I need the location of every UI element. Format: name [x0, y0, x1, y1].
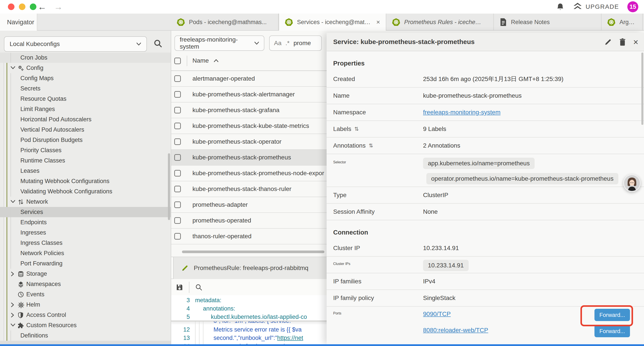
sidebar-item-mutating-webhook-configurations[interactable]: Mutating Webhook Configurations	[0, 176, 171, 186]
service-detail-panel: Service: kube-prometheus-stack-prometheu…	[326, 33, 644, 344]
notification-badge[interactable]: 15	[627, 1, 638, 12]
row-checkbox[interactable]	[174, 138, 181, 145]
detail-row-ip-families: IP familiesIPv4	[326, 273, 644, 290]
sidebar-item-definitions[interactable]: Definitions	[0, 331, 171, 341]
name-column-header[interactable]: Name	[192, 57, 218, 64]
chevron-right-icon[interactable]	[10, 313, 14, 318]
chevron-right-icon[interactable]	[10, 303, 14, 307]
sidebar-item-storage[interactable]: Storage	[0, 269, 171, 279]
upgrade-button[interactable]: UPGRADE	[572, 2, 619, 11]
kubeconfig-selector[interactable]: Local Kubeconfigs	[4, 36, 147, 52]
close-icon[interactable]: ×	[376, 18, 380, 26]
sidebar-item-runtime-classes[interactable]: Runtime Classes	[0, 155, 171, 166]
chevron-down-icon[interactable]	[10, 66, 15, 70]
sort-toggle-icon[interactable]: ⇅	[369, 143, 373, 149]
tab-navigator[interactable]: Navigator	[0, 13, 37, 31]
shield-icon	[18, 312, 24, 319]
sidebar-item-limit-ranges[interactable]: Limit Ranges	[0, 104, 171, 114]
tab-argo-se[interactable]: Argo Se	[602, 13, 643, 31]
namespace-filter-dropdown[interactable]: freeleaps-monitoring-system	[174, 35, 264, 51]
tab-pods-icecheng-mathmas[interactable]: Pods - icecheng@mathmas...	[171, 13, 278, 31]
toolbar-divider	[189, 282, 190, 293]
sidebar-item-ingress-classes[interactable]: Ingress Classes	[0, 238, 171, 248]
sidebar-item-pod-disruption-budgets[interactable]: Pod Disruption Budgets	[0, 135, 171, 145]
sidebar-item-events[interactable]: Events	[0, 289, 171, 300]
sidebar-item-resource-quotas[interactable]: Resource Quotas	[0, 94, 171, 104]
row-checkbox[interactable]	[174, 123, 181, 129]
chevron-down-icon[interactable]	[10, 200, 15, 203]
sidebar-item-config[interactable]: Config	[0, 63, 171, 73]
sidebar-item-horizontal-pod-autoscalers[interactable]: Horizontal Pod Autoscalers	[0, 114, 171, 125]
namespace-link[interactable]: freeleaps-monitoring-system	[423, 109, 500, 116]
row-checkbox[interactable]	[174, 170, 181, 177]
sidebar-item-services[interactable]: Services	[0, 207, 171, 217]
sidebar-item-cron-jobs[interactable]: Cron Jobs	[0, 52, 171, 63]
section-heading-connection: Connection	[326, 220, 644, 240]
tab-release-notes[interactable]: Release Notes	[494, 13, 602, 31]
sidebar-item-label: Resource Quotas	[20, 95, 66, 102]
sidebar-hscroll-track[interactable]	[0, 341, 171, 344]
sidebar-item-vertical-pod-autoscalers[interactable]: Vertical Pod Autoscalers	[0, 125, 171, 135]
sidebar-item-endpoints[interactable]: Endpoints	[0, 217, 171, 228]
sidebar-item-custom-resources[interactable]: Custom Resources	[0, 320, 171, 331]
sidebar-item-leases[interactable]: Leases	[0, 166, 171, 176]
sidebar-item-network-policies[interactable]: Network Policies	[0, 248, 171, 258]
window-zoom-button[interactable]	[30, 3, 36, 10]
chevron-down-icon[interactable]	[10, 323, 15, 327]
row-checkbox[interactable]	[174, 154, 181, 161]
window-minimize-button[interactable]	[19, 3, 26, 10]
field-value: 10.233.14.91	[423, 245, 459, 252]
sidebar-item-ingresses[interactable]: Ingresses	[0, 228, 171, 238]
forward-button[interactable]: Forward...	[594, 325, 630, 337]
bell-icon[interactable]	[556, 3, 564, 11]
tab-prometheus-rules-icecheng[interactable]: Prometheus Rules - icecheng...	[386, 13, 494, 31]
chevron-right-icon[interactable]	[10, 272, 14, 276]
search-query-text: prome	[294, 40, 311, 47]
selector-chip[interactable]: app.kubernetes.io/name=prometheus	[423, 158, 534, 169]
sidebar-item-label: Horizontal Pod Autoscalers	[20, 116, 92, 123]
sidebar-item-priority-classes[interactable]: Priority Classes	[0, 145, 171, 155]
sidebar-item-validating-webhook-configurations[interactable]: Validating Webhook Configurations	[0, 186, 171, 197]
search-icon[interactable]	[154, 39, 162, 48]
row-checkbox[interactable]	[174, 217, 181, 224]
row-checkbox[interactable]	[174, 201, 181, 208]
back-arrow-icon[interactable]: ←	[38, 2, 46, 12]
bottom-scroll-strip[interactable]	[0, 344, 644, 346]
delete-trash-icon[interactable]	[619, 38, 626, 46]
user-avatar[interactable]	[623, 174, 641, 192]
sidebar-item-network[interactable]: Network	[0, 197, 171, 207]
port-link[interactable]: 9090/TCP	[423, 311, 451, 317]
selector-chip[interactable]: operator.prometheus.io/name=kube-prometh…	[426, 173, 618, 184]
row-checkbox[interactable]	[174, 91, 181, 98]
case-sensitive-toggle[interactable]: Aa	[274, 40, 282, 47]
field-value: ClusterIP	[423, 192, 448, 199]
line-number: 4	[171, 304, 190, 313]
sidebar-item-secrets[interactable]: Secrets	[0, 83, 171, 94]
sidebar-item-config-maps[interactable]: Config Maps	[0, 73, 171, 83]
regex-toggle[interactable]: .*	[286, 40, 290, 47]
table-search-input[interactable]: Aa .* prome	[269, 35, 322, 51]
detail-scrollbar-thumb[interactable]	[641, 52, 643, 125]
sidebar-item-helm[interactable]: Helm	[0, 300, 171, 310]
tab-services-icecheng-math[interactable]: Services - icecheng@math...×	[278, 13, 386, 31]
sidebar-item-access-control[interactable]: Access Control	[0, 310, 171, 320]
window-close-button[interactable]	[8, 3, 14, 10]
edit-icon[interactable]	[604, 38, 612, 46]
row-checkbox[interactable]	[174, 233, 181, 240]
port-link[interactable]: 8080:reloader-web/TCP	[423, 327, 488, 334]
select-all-checkbox[interactable]	[174, 58, 181, 64]
sort-toggle-icon[interactable]: ⇅	[354, 126, 359, 132]
sidebar-item-port-forwarding[interactable]: Port Forwarding	[0, 258, 171, 269]
table-hscroll-thumb[interactable]	[182, 251, 324, 253]
sidebar-scrollbar-thumb[interactable]	[168, 153, 170, 220]
row-checkbox[interactable]	[174, 107, 181, 113]
row-checkbox[interactable]	[174, 75, 181, 82]
sidebar-item-label: Events	[26, 291, 44, 298]
search-icon[interactable]	[195, 284, 202, 291]
tree-indent-guide	[10, 331, 11, 341]
forward-arrow-icon[interactable]: →	[54, 2, 63, 12]
sidebar-item-namespaces[interactable]: Namespaces	[0, 279, 171, 289]
row-checkbox[interactable]	[174, 186, 181, 192]
close-icon[interactable]: ×	[633, 38, 638, 46]
save-icon[interactable]	[176, 284, 183, 291]
